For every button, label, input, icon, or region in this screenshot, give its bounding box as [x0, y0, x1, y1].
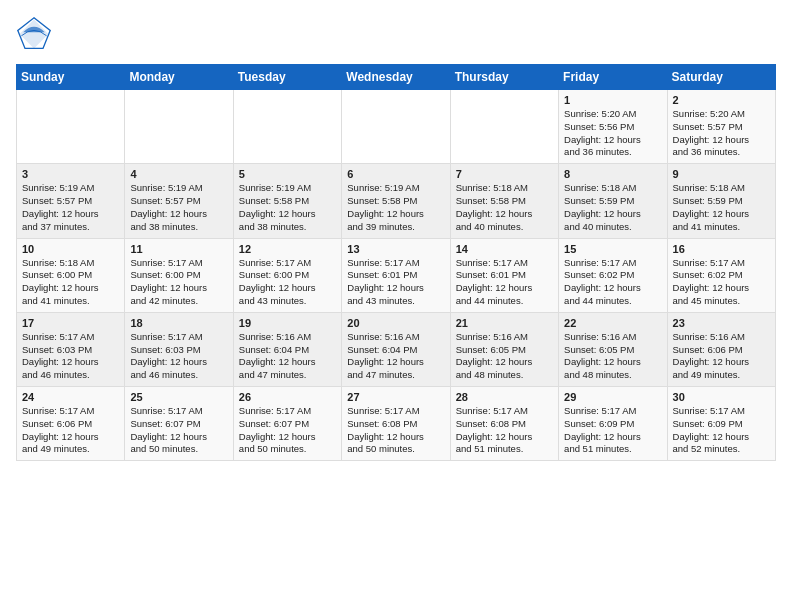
calendar-header-sunday: Sunday: [17, 65, 125, 90]
day-number: 17: [22, 317, 119, 329]
calendar-cell: [342, 90, 450, 164]
calendar-cell: 17Sunrise: 5:17 AMSunset: 6:03 PMDayligh…: [17, 312, 125, 386]
day-info: Sunrise: 5:18 AMSunset: 5:58 PMDaylight:…: [456, 182, 553, 233]
calendar-week-4: 17Sunrise: 5:17 AMSunset: 6:03 PMDayligh…: [17, 312, 776, 386]
day-number: 3: [22, 168, 119, 180]
day-number: 1: [564, 94, 661, 106]
day-info: Sunrise: 5:16 AMSunset: 6:05 PMDaylight:…: [456, 331, 553, 382]
day-number: 21: [456, 317, 553, 329]
day-info: Sunrise: 5:17 AMSunset: 6:08 PMDaylight:…: [456, 405, 553, 456]
calendar-cell: 28Sunrise: 5:17 AMSunset: 6:08 PMDayligh…: [450, 387, 558, 461]
calendar-cell: [17, 90, 125, 164]
day-number: 13: [347, 243, 444, 255]
calendar-cell: 4Sunrise: 5:19 AMSunset: 5:57 PMDaylight…: [125, 164, 233, 238]
day-info: Sunrise: 5:17 AMSunset: 6:09 PMDaylight:…: [564, 405, 661, 456]
calendar-cell: 3Sunrise: 5:19 AMSunset: 5:57 PMDaylight…: [17, 164, 125, 238]
calendar-cell: 13Sunrise: 5:17 AMSunset: 6:01 PMDayligh…: [342, 238, 450, 312]
calendar-cell: 18Sunrise: 5:17 AMSunset: 6:03 PMDayligh…: [125, 312, 233, 386]
calendar-cell: 2Sunrise: 5:20 AMSunset: 5:57 PMDaylight…: [667, 90, 775, 164]
day-info: Sunrise: 5:17 AMSunset: 6:00 PMDaylight:…: [130, 257, 227, 308]
day-number: 8: [564, 168, 661, 180]
calendar-cell: 30Sunrise: 5:17 AMSunset: 6:09 PMDayligh…: [667, 387, 775, 461]
calendar-cell: 10Sunrise: 5:18 AMSunset: 6:00 PMDayligh…: [17, 238, 125, 312]
day-info: Sunrise: 5:16 AMSunset: 6:04 PMDaylight:…: [347, 331, 444, 382]
day-info: Sunrise: 5:17 AMSunset: 6:07 PMDaylight:…: [239, 405, 336, 456]
calendar-cell: 15Sunrise: 5:17 AMSunset: 6:02 PMDayligh…: [559, 238, 667, 312]
calendar-header-tuesday: Tuesday: [233, 65, 341, 90]
day-info: Sunrise: 5:17 AMSunset: 6:01 PMDaylight:…: [347, 257, 444, 308]
calendar-cell: 29Sunrise: 5:17 AMSunset: 6:09 PMDayligh…: [559, 387, 667, 461]
day-info: Sunrise: 5:17 AMSunset: 6:02 PMDaylight:…: [564, 257, 661, 308]
calendar-table: SundayMondayTuesdayWednesdayThursdayFrid…: [16, 64, 776, 461]
day-number: 4: [130, 168, 227, 180]
calendar-cell: 25Sunrise: 5:17 AMSunset: 6:07 PMDayligh…: [125, 387, 233, 461]
day-number: 24: [22, 391, 119, 403]
day-info: Sunrise: 5:17 AMSunset: 6:07 PMDaylight:…: [130, 405, 227, 456]
calendar-cell: 8Sunrise: 5:18 AMSunset: 5:59 PMDaylight…: [559, 164, 667, 238]
calendar-cell: 9Sunrise: 5:18 AMSunset: 5:59 PMDaylight…: [667, 164, 775, 238]
day-number: 26: [239, 391, 336, 403]
day-info: Sunrise: 5:17 AMSunset: 6:00 PMDaylight:…: [239, 257, 336, 308]
logo: [16, 16, 56, 52]
day-number: 30: [673, 391, 770, 403]
calendar-cell: 12Sunrise: 5:17 AMSunset: 6:00 PMDayligh…: [233, 238, 341, 312]
day-number: 23: [673, 317, 770, 329]
day-number: 12: [239, 243, 336, 255]
day-info: Sunrise: 5:19 AMSunset: 5:57 PMDaylight:…: [130, 182, 227, 233]
calendar-header-friday: Friday: [559, 65, 667, 90]
logo-icon: [16, 16, 52, 52]
calendar-cell: 24Sunrise: 5:17 AMSunset: 6:06 PMDayligh…: [17, 387, 125, 461]
day-number: 11: [130, 243, 227, 255]
day-info: Sunrise: 5:17 AMSunset: 6:03 PMDaylight:…: [22, 331, 119, 382]
day-info: Sunrise: 5:17 AMSunset: 6:01 PMDaylight:…: [456, 257, 553, 308]
calendar-cell: 14Sunrise: 5:17 AMSunset: 6:01 PMDayligh…: [450, 238, 558, 312]
calendar-header-saturday: Saturday: [667, 65, 775, 90]
day-info: Sunrise: 5:20 AMSunset: 5:57 PMDaylight:…: [673, 108, 770, 159]
calendar-week-2: 3Sunrise: 5:19 AMSunset: 5:57 PMDaylight…: [17, 164, 776, 238]
day-info: Sunrise: 5:18 AMSunset: 5:59 PMDaylight:…: [564, 182, 661, 233]
calendar-cell: 19Sunrise: 5:16 AMSunset: 6:04 PMDayligh…: [233, 312, 341, 386]
day-number: 5: [239, 168, 336, 180]
calendar-cell: 16Sunrise: 5:17 AMSunset: 6:02 PMDayligh…: [667, 238, 775, 312]
calendar-week-3: 10Sunrise: 5:18 AMSunset: 6:00 PMDayligh…: [17, 238, 776, 312]
calendar-cell: 20Sunrise: 5:16 AMSunset: 6:04 PMDayligh…: [342, 312, 450, 386]
day-info: Sunrise: 5:16 AMSunset: 6:05 PMDaylight:…: [564, 331, 661, 382]
day-info: Sunrise: 5:18 AMSunset: 5:59 PMDaylight:…: [673, 182, 770, 233]
day-number: 22: [564, 317, 661, 329]
calendar-cell: 21Sunrise: 5:16 AMSunset: 6:05 PMDayligh…: [450, 312, 558, 386]
day-info: Sunrise: 5:19 AMSunset: 5:58 PMDaylight:…: [239, 182, 336, 233]
day-number: 28: [456, 391, 553, 403]
day-info: Sunrise: 5:17 AMSunset: 6:06 PMDaylight:…: [22, 405, 119, 456]
day-number: 19: [239, 317, 336, 329]
day-info: Sunrise: 5:17 AMSunset: 6:08 PMDaylight:…: [347, 405, 444, 456]
calendar-cell: [125, 90, 233, 164]
calendar-cell: 7Sunrise: 5:18 AMSunset: 5:58 PMDaylight…: [450, 164, 558, 238]
day-info: Sunrise: 5:19 AMSunset: 5:58 PMDaylight:…: [347, 182, 444, 233]
calendar-header-monday: Monday: [125, 65, 233, 90]
day-info: Sunrise: 5:17 AMSunset: 6:02 PMDaylight:…: [673, 257, 770, 308]
calendar-cell: 1Sunrise: 5:20 AMSunset: 5:56 PMDaylight…: [559, 90, 667, 164]
calendar-cell: 11Sunrise: 5:17 AMSunset: 6:00 PMDayligh…: [125, 238, 233, 312]
day-number: 18: [130, 317, 227, 329]
calendar-cell: 5Sunrise: 5:19 AMSunset: 5:58 PMDaylight…: [233, 164, 341, 238]
day-number: 10: [22, 243, 119, 255]
day-info: Sunrise: 5:19 AMSunset: 5:57 PMDaylight:…: [22, 182, 119, 233]
day-number: 14: [456, 243, 553, 255]
day-number: 16: [673, 243, 770, 255]
calendar-cell: 27Sunrise: 5:17 AMSunset: 6:08 PMDayligh…: [342, 387, 450, 461]
calendar-week-1: 1Sunrise: 5:20 AMSunset: 5:56 PMDaylight…: [17, 90, 776, 164]
day-info: Sunrise: 5:17 AMSunset: 6:09 PMDaylight:…: [673, 405, 770, 456]
day-number: 6: [347, 168, 444, 180]
calendar-header-thursday: Thursday: [450, 65, 558, 90]
day-number: 7: [456, 168, 553, 180]
day-number: 25: [130, 391, 227, 403]
calendar-header-wednesday: Wednesday: [342, 65, 450, 90]
calendar-cell: 26Sunrise: 5:17 AMSunset: 6:07 PMDayligh…: [233, 387, 341, 461]
day-number: 29: [564, 391, 661, 403]
day-number: 27: [347, 391, 444, 403]
day-info: Sunrise: 5:16 AMSunset: 6:06 PMDaylight:…: [673, 331, 770, 382]
calendar-header-row: SundayMondayTuesdayWednesdayThursdayFrid…: [17, 65, 776, 90]
day-number: 20: [347, 317, 444, 329]
day-info: Sunrise: 5:20 AMSunset: 5:56 PMDaylight:…: [564, 108, 661, 159]
calendar-cell: [450, 90, 558, 164]
